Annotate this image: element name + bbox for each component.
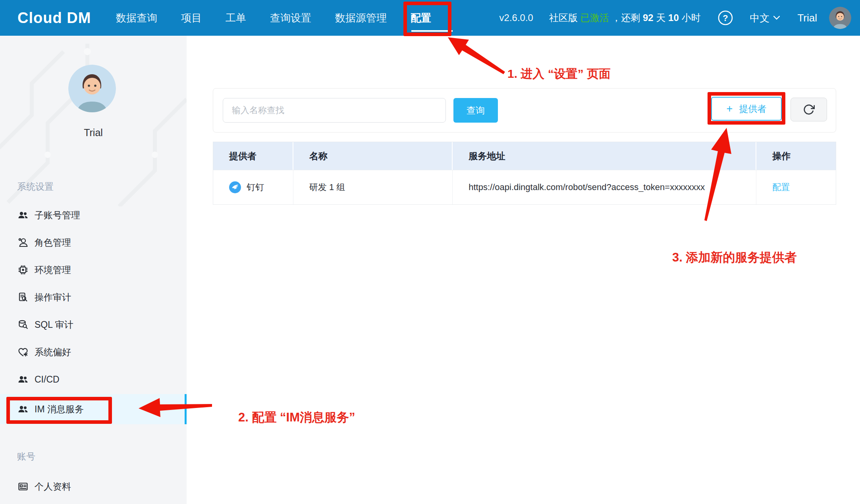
- sidebar-item-sql-audit[interactable]: SQL 审计: [0, 316, 187, 333]
- query-button[interactable]: 查询: [453, 98, 498, 123]
- language-selector[interactable]: 中文: [750, 12, 780, 25]
- sidebar-item-environment[interactable]: 环境管理: [0, 261, 187, 279]
- plus-icon: +: [727, 104, 733, 114]
- database-search-icon: [17, 319, 29, 331]
- role-user-icon: [17, 237, 29, 248]
- table-row: 钉钉 研发 1 组 https://oapi.dingtalk.com/robo…: [213, 170, 836, 204]
- configure-link-cell: 配置: [756, 170, 836, 204]
- users-icon: [17, 373, 29, 385]
- section-title-system-settings: 系统设置: [17, 181, 54, 193]
- name-cell: 研发 1 组: [293, 170, 453, 204]
- providers-table: 提供者 名称 服务地址 操作 钉钉 研发 1 组 https://oapi.di…: [213, 142, 836, 205]
- refresh-icon: [803, 104, 815, 115]
- users-icon: [17, 403, 29, 415]
- nav-item-projects[interactable]: 项目: [181, 0, 202, 36]
- sidebar-item-system-preferences[interactable]: 系统偏好: [0, 343, 187, 361]
- nav-item-data-query[interactable]: 数据查询: [116, 0, 157, 36]
- profile-name: Trial: [0, 127, 187, 139]
- sidebar-item-im-service[interactable]: IM 消息服务: [0, 394, 187, 424]
- nav-item-tickets[interactable]: 工单: [226, 0, 246, 36]
- add-provider-button[interactable]: + 提供者: [711, 97, 782, 121]
- nav-item-query-settings[interactable]: 查询设置: [270, 0, 311, 36]
- sidebar-item-sub-accounts[interactable]: 子账号管理: [0, 206, 187, 224]
- sidebar-item-profile[interactable]: 个人资料: [0, 478, 187, 495]
- col-header-url: 服务地址: [453, 142, 756, 170]
- nav-menu: 数据查询 项目 工单 查询设置 数据源管理 配置: [116, 0, 431, 36]
- col-header-provider: 提供者: [213, 142, 293, 170]
- sidebar-item-role-management[interactable]: 角色管理: [0, 234, 187, 251]
- cpu-icon: [17, 264, 29, 276]
- nav-right-cluster: v2.6.0.0 社区版 已激活 ，还剩 92 天 10 小时 ? 中文 Tri…: [499, 0, 860, 36]
- license-status: 社区版 已激活 ，还剩 92 天 10 小时: [549, 12, 700, 24]
- section-title-account: 账号: [17, 450, 35, 463]
- id-card-icon: [17, 481, 29, 492]
- nav-item-datasource[interactable]: 数据源管理: [335, 0, 387, 36]
- col-header-name: 名称: [293, 142, 453, 170]
- version-label: v2.6.0.0: [499, 12, 533, 23]
- users-icon: [17, 209, 29, 221]
- main-content: IM 消息服务 查询 + 提供者 提供者 名称 服务地址 操作: [187, 36, 860, 504]
- refresh-button[interactable]: [791, 98, 827, 121]
- help-icon[interactable]: ?: [717, 10, 734, 26]
- url-cell: https://oapi.dingtalk.com/robot/send?acc…: [453, 170, 756, 204]
- configure-link[interactable]: 配置: [772, 181, 790, 193]
- nav-username: Trial: [797, 12, 817, 24]
- chevron-down-icon: [773, 16, 780, 20]
- toolbar-card: 查询 + 提供者: [213, 88, 836, 133]
- svg-text:?: ?: [723, 13, 728, 23]
- heart-gear-icon: [17, 346, 29, 358]
- sidebar: Trial 系统设置 子账号管理 角色管理: [0, 36, 187, 504]
- dingtalk-icon: [229, 181, 241, 193]
- sidebar-item-cicd[interactable]: CI/CD: [0, 371, 187, 388]
- document-search-icon: [17, 291, 29, 303]
- provider-cell: 钉钉: [213, 170, 293, 204]
- profile-avatar: [68, 65, 116, 112]
- app-logo[interactable]: Cloud DM: [17, 0, 91, 36]
- user-avatar[interactable]: [829, 7, 851, 29]
- app-window: Cloud DM 数据查询 项目 工单 查询设置 数据源管理 配置 v2.6.0…: [0, 0, 860, 504]
- sidebar-item-operation-audit[interactable]: 操作审计: [0, 289, 187, 306]
- activated-badge: 已激活: [580, 12, 609, 23]
- active-tab-underline: [411, 30, 453, 32]
- table-header-row: 提供者 名称 服务地址 操作: [213, 142, 836, 170]
- col-header-action: 操作: [756, 142, 836, 170]
- nav-item-settings[interactable]: 配置: [411, 0, 431, 36]
- search-input[interactable]: [223, 98, 446, 123]
- top-nav: Cloud DM 数据查询 项目 工单 查询设置 数据源管理 配置 v2.6.0…: [0, 0, 860, 36]
